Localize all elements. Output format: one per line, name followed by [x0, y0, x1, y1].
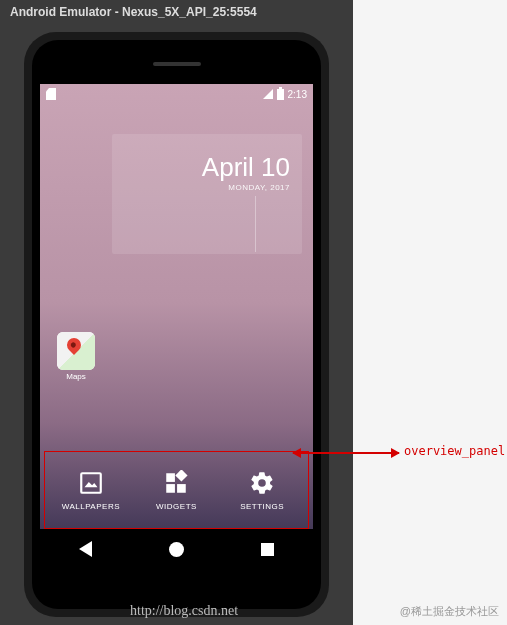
- svg-rect-3: [178, 484, 187, 493]
- sim-icon: [46, 88, 56, 100]
- status-left: [46, 88, 56, 100]
- widgets-label: WIDGETS: [156, 502, 197, 511]
- wallpaper-icon: [78, 470, 104, 496]
- settings-label: SETTINGS: [240, 502, 284, 511]
- app-label: Maps: [54, 372, 98, 381]
- phone-frame: 2:13 April 10 MONDAY, 2017 Maps: [24, 32, 329, 617]
- watermark-url: http://blog.csdn.net: [130, 603, 238, 619]
- svg-rect-4: [176, 470, 188, 482]
- nav-back-button[interactable]: [79, 541, 92, 557]
- annotation-arrow: [293, 452, 399, 454]
- settings-icon: [249, 470, 275, 496]
- clock-day: MONDAY, 2017: [124, 183, 290, 192]
- annotation-label: overview_panel: [404, 444, 505, 458]
- svg-rect-1: [167, 473, 176, 482]
- clock-widget[interactable]: April 10 MONDAY, 2017: [112, 134, 302, 254]
- status-bar[interactable]: 2:13: [40, 84, 313, 104]
- wallpapers-button[interactable]: WALLPAPERS: [56, 470, 126, 511]
- clock-divider: [255, 196, 256, 252]
- battery-icon: [277, 89, 284, 100]
- svg-rect-2: [167, 484, 176, 493]
- settings-button[interactable]: SETTINGS: [227, 470, 297, 511]
- status-time: 2:13: [288, 89, 307, 100]
- window-title: Android Emulator - Nexus_5X_API_25:5554: [10, 5, 257, 19]
- nav-home-button[interactable]: [169, 542, 184, 557]
- navigation-bar: [40, 529, 313, 569]
- signal-icon: [263, 89, 273, 99]
- clock-date: April 10: [124, 152, 290, 183]
- status-right: 2:13: [263, 89, 307, 100]
- wallpapers-label: WALLPAPERS: [62, 502, 120, 511]
- watermark-text: @稀土掘金技术社区: [400, 604, 499, 619]
- phone-bezel: 2:13 April 10 MONDAY, 2017 Maps: [32, 40, 321, 609]
- emulator-window: Android Emulator - Nexus_5X_API_25:5554 …: [0, 0, 353, 625]
- svg-rect-0: [81, 473, 101, 493]
- maps-icon: [57, 332, 95, 370]
- window-title-bar[interactable]: Android Emulator - Nexus_5X_API_25:5554: [0, 0, 353, 24]
- nav-recent-button[interactable]: [261, 543, 274, 556]
- app-maps[interactable]: Maps: [54, 332, 98, 381]
- overview-panel: WALLPAPERS WIDGETS: [48, 457, 305, 523]
- widgets-button[interactable]: WIDGETS: [141, 470, 211, 511]
- phone-screen[interactable]: 2:13 April 10 MONDAY, 2017 Maps: [40, 84, 313, 569]
- widgets-icon: [163, 470, 189, 496]
- speaker-grille: [153, 62, 201, 66]
